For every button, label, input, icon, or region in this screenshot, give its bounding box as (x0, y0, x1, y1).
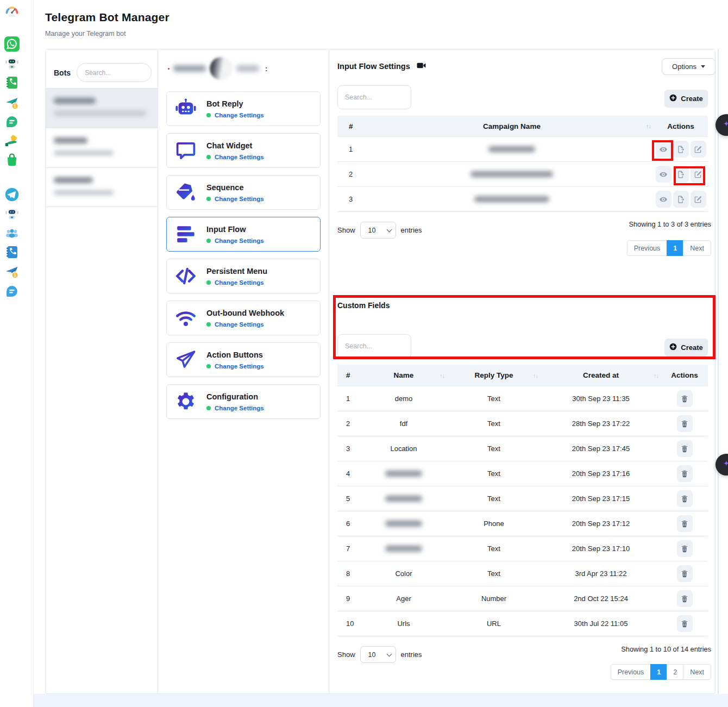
settings-card-chat-widget[interactable]: Chat WidgetChange Settings (166, 133, 321, 168)
dashboard-gauge-icon[interactable] (4, 4, 20, 20)
delete-button[interactable] (677, 540, 693, 557)
custom-fields-page-size-select[interactable]: 10 (360, 646, 396, 663)
table-row: 10UrlsURL30th Jul 22 11:05 (337, 611, 708, 636)
bot-list-item[interactable] (46, 88, 158, 128)
previous-page-button[interactable]: Previous (627, 240, 668, 256)
bot-list-item[interactable] (46, 128, 158, 167)
settings-card-out-bound-webhook[interactable]: Out-bound WebhookChange Settings (166, 301, 321, 335)
sort-icon[interactable]: ↑↓ (654, 372, 658, 379)
app-icon-rail: 11 (0, 0, 34, 707)
delete-button[interactable] (677, 390, 693, 407)
live-chat-icon[interactable] (4, 114, 20, 129)
column-header-num[interactable]: # (337, 122, 370, 130)
change-settings-link[interactable]: Change Settings (215, 112, 264, 118)
change-settings-link[interactable]: Change Settings (215, 405, 264, 411)
reply-type-cell: Text (447, 395, 541, 403)
delete-button[interactable] (677, 440, 693, 457)
change-settings-link[interactable]: Change Settings (215, 154, 264, 160)
row-actions (661, 590, 708, 607)
campaign-search-input[interactable] (337, 85, 411, 109)
export-button[interactable] (673, 141, 689, 158)
sort-icon[interactable]: ↑↓ (440, 372, 444, 379)
settings-card-sequence[interactable]: SequenceChange Settings (166, 175, 321, 210)
view-button[interactable] (656, 166, 671, 183)
sort-icon[interactable]: ↑↓ (533, 372, 538, 379)
row-actions (661, 440, 708, 457)
page-button-1[interactable]: 1 (667, 240, 683, 256)
column-header-campaign-name[interactable]: Campaign Name ↑↓ (370, 122, 654, 130)
settings-card-input-flow[interactable]: Input FlowChange Settings (166, 217, 321, 252)
robot-assistant-icon[interactable] (4, 55, 20, 71)
settings-card-body: Out-bound WebhookChange Settings (206, 309, 284, 328)
page-button-2[interactable]: 2 (667, 664, 683, 680)
settings-card-body: ConfigurationChange Settings (206, 392, 264, 411)
bots-search-input[interactable] (77, 63, 152, 82)
change-settings-link[interactable]: Change Settings (215, 321, 264, 328)
column-header-reply-type[interactable]: Reply Type ↑↓ (447, 371, 541, 379)
edit-button[interactable] (691, 141, 706, 158)
change-settings-link[interactable]: Change Settings (215, 237, 264, 244)
table-row: 3LocationText20th Sep 23 17:45 (337, 436, 708, 461)
column-header-created-at[interactable]: Created at ↑↓ (541, 371, 661, 379)
integrations-icon[interactable] (4, 133, 20, 148)
settings-card-bot-reply[interactable]: Bot ReplyChange Settings (166, 91, 321, 126)
bot-identity-dot (168, 68, 170, 70)
page-button-1[interactable]: 1 (650, 664, 667, 680)
view-button[interactable] (656, 191, 671, 208)
campaign-entries-summary: Showing 1 to 3 of 3 entries (629, 220, 711, 228)
view-button[interactable] (656, 141, 671, 158)
sort-icon[interactable]: ↑↓ (646, 123, 651, 129)
table-row: 1 (337, 137, 708, 162)
previous-page-button[interactable]: Previous (611, 664, 651, 680)
campaign-create-button[interactable]: Create (664, 90, 708, 107)
telegram-campaign-icon[interactable]: 1 (4, 265, 20, 280)
options-button[interactable]: Options (662, 58, 716, 75)
campaign-page-size-select[interactable]: 10 (360, 222, 396, 239)
export-button[interactable] (673, 166, 689, 183)
edit-button[interactable] (691, 191, 706, 208)
next-page-button[interactable]: Next (683, 240, 711, 256)
settings-card-title: Configuration (206, 392, 264, 401)
store-icon[interactable] (4, 152, 20, 167)
row-number: 1 (337, 145, 370, 153)
contact-book-icon[interactable] (4, 75, 20, 90)
change-settings-link[interactable]: Change Settings (215, 196, 264, 202)
group-contacts-icon[interactable] (4, 226, 20, 241)
delete-button[interactable] (677, 515, 693, 532)
settings-card-configuration[interactable]: ConfigurationChange Settings (166, 384, 321, 419)
telegram-icon[interactable] (4, 187, 20, 202)
custom-fields-create-button[interactable]: Create (664, 339, 708, 356)
edit-button[interactable] (691, 166, 706, 183)
video-tutorial-icon[interactable] (416, 60, 426, 72)
action-buttons-icon (174, 348, 197, 371)
next-page-button[interactable]: Next (683, 664, 711, 680)
change-settings-link[interactable]: Change Settings (215, 363, 264, 370)
delete-button[interactable] (677, 490, 693, 507)
svg-text:1: 1 (14, 273, 16, 278)
telegram-chat-icon[interactable] (4, 284, 20, 299)
bot-list-item[interactable] (46, 167, 158, 207)
send-campaign-icon[interactable]: 1 (4, 96, 20, 111)
export-button[interactable] (673, 191, 689, 208)
settings-card-action-buttons[interactable]: Action ButtonsChange Settings (166, 342, 321, 377)
delete-button[interactable] (677, 615, 693, 632)
current-bot-identity: : (168, 57, 267, 80)
telegram-address-book-icon[interactable] (4, 245, 20, 260)
whatsapp-icon[interactable] (4, 36, 20, 52)
custom-fields-entries-summary: Showing 1 to 10 of 14 entries (621, 645, 711, 653)
settings-card-body: Action ButtonsChange Settings (206, 351, 264, 370)
delete-button[interactable] (677, 590, 693, 607)
column-header-num[interactable]: # (337, 371, 360, 379)
delete-button[interactable] (677, 565, 693, 582)
scrollbar-track[interactable] (718, 49, 719, 694)
telegram-bot-icon[interactable] (4, 206, 20, 221)
bot-name-redacted (54, 137, 87, 143)
delete-button[interactable] (677, 415, 693, 432)
settings-card-persistent-menu[interactable]: Persistent MenuChange Settings (166, 259, 321, 293)
column-header-name[interactable]: Name ↑↓ (360, 371, 447, 379)
custom-fields-search-input[interactable] (337, 334, 411, 358)
change-settings-link[interactable]: Change Settings (215, 279, 264, 286)
delete-button[interactable] (677, 465, 693, 482)
reply-type-cell: Text (447, 495, 541, 503)
table-row: 9AgerNumber2nd Oct 22 15:24 (337, 586, 708, 611)
